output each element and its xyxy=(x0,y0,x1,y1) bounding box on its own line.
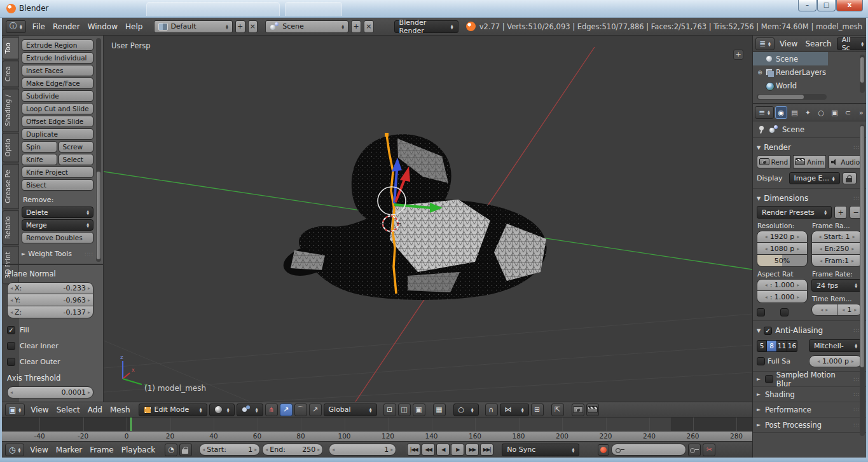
editor-type-properties-button[interactable]: ≡▲▼ xyxy=(755,106,774,119)
translate-manipulator-button[interactable]: ↗ xyxy=(280,404,293,416)
render-panel-header[interactable]: ▼Render∷∷ xyxy=(753,140,866,155)
crop-checkbox[interactable] xyxy=(780,308,789,316)
extrude-region-button[interactable]: Extrude Region xyxy=(22,39,93,51)
selected-vertex[interactable] xyxy=(385,133,389,137)
aa-samples-11-button[interactable]: 11 xyxy=(777,340,787,352)
time-remap-old-field[interactable]: ◂▸ xyxy=(811,304,837,316)
keying-set-field[interactable] xyxy=(611,444,686,456)
outliner-hscrollbar[interactable] xyxy=(757,94,827,100)
clear-inner-checkbox-row[interactable]: Clear Inner xyxy=(7,342,93,350)
display-mode-select[interactable]: Image E...▲▼ xyxy=(789,172,840,184)
editor-type-3dview-button[interactable]: ▣▲▼ xyxy=(5,404,25,416)
copy-result-button[interactable]: ⇱ xyxy=(551,404,564,416)
opengl-render-anim-button[interactable] xyxy=(586,404,599,416)
tool-tab-shading[interactable]: Shading / xyxy=(2,89,19,132)
frame-start-field[interactable]: ◂Start: 1▸ xyxy=(811,231,862,243)
menu-view[interactable]: View xyxy=(776,39,801,48)
start-frame-field[interactable]: ◂Start: 1▸ xyxy=(199,444,260,456)
lock-interface-button[interactable] xyxy=(843,172,857,184)
menu-render[interactable]: Render xyxy=(49,22,84,31)
jump-to-start-button[interactable]: |◀◀ xyxy=(407,444,420,456)
plane-normal-x-field[interactable]: ◂X: -0.233▸ xyxy=(7,282,93,294)
outliner-item-world[interactable]: World xyxy=(753,79,866,92)
menu-file[interactable]: File xyxy=(29,22,49,31)
menu-frame[interactable]: Frame xyxy=(86,445,117,454)
clear-inner-checkbox[interactable] xyxy=(7,342,15,350)
viewport-3d[interactable]: z x y User Persp (1) model_mesh + xyxy=(104,36,752,402)
playback-range-button[interactable]: ◔ xyxy=(165,444,177,456)
render-tab[interactable]: ◉ xyxy=(775,106,787,119)
aa-samples-5-button[interactable]: 5 xyxy=(757,340,767,352)
menu-playback[interactable]: Playback xyxy=(118,445,160,454)
tool-shelf-scrollbar[interactable] xyxy=(96,38,101,262)
clear-outer-checkbox-row[interactable]: Clear Outer xyxy=(7,358,93,366)
viewport-canvas[interactable]: z x y xyxy=(104,36,752,402)
maximize-button[interactable]: □ xyxy=(817,0,836,11)
lock-time-cursor-button[interactable] xyxy=(179,444,192,456)
resolution-percentage-slider[interactable]: 50% xyxy=(757,255,808,267)
panel-header-sampled-motion-blur[interactable]: ►Sampled Motion Blur∷∷ xyxy=(753,372,866,387)
screw-button[interactable]: Screw xyxy=(59,141,94,153)
vertex-select-button[interactable]: ⊡ xyxy=(383,404,396,416)
frame-step-field[interactable]: ◂Fram:1▸ xyxy=(811,255,862,267)
aa-samples-8-button[interactable]: 8 xyxy=(767,340,777,352)
properties-region-expand-button[interactable]: + xyxy=(733,50,743,60)
fill-checkbox[interactable]: ✓ xyxy=(7,326,15,334)
world-tab[interactable]: ○ xyxy=(815,106,827,119)
dimensions-panel-header[interactable]: ▼Dimensions∷∷ xyxy=(753,191,866,206)
delete-menu[interactable]: Delete▲▼ xyxy=(22,207,93,218)
anti-aliasing-checkbox[interactable]: ✓ xyxy=(764,327,772,335)
make-edge-face-button[interactable]: Make Edge/Face xyxy=(22,78,93,89)
tool-tab-crea[interactable]: Crea xyxy=(2,60,19,87)
editor-type-info-button[interactable]: ⓘ▲▼ xyxy=(6,20,26,33)
border-checkbox[interactable] xyxy=(757,308,765,316)
resolution-x-field[interactable]: ◂1920 p▸ xyxy=(757,231,808,243)
menu-search[interactable]: Search xyxy=(801,39,835,48)
tool-tab-too[interactable]: Too xyxy=(2,37,19,59)
render-audio-button[interactable]: Audio xyxy=(829,155,862,168)
region-divider[interactable] xyxy=(2,264,104,265)
current-frame-marker[interactable] xyxy=(130,418,132,431)
expand-icon[interactable]: ⊕ xyxy=(757,69,763,76)
snap-toggle-button[interactable]: ∩ xyxy=(485,404,498,416)
merge-menu[interactable]: Merge▲▼ xyxy=(22,219,93,231)
outliner-filter-select[interactable]: All Sc ▲▼ xyxy=(837,37,866,50)
plane-normal-z-field[interactable]: ◂Z: -0.137▸ xyxy=(7,306,93,318)
minimize-button[interactable]: – xyxy=(798,0,816,11)
render-animation-button[interactable]: Anim xyxy=(793,155,827,168)
offset-edge-slide-button[interactable]: Offset Edge Slide xyxy=(22,116,93,127)
plane-normal-y-field[interactable]: ◂Y: -0.963▸ xyxy=(7,294,93,306)
mesh-model[interactable] xyxy=(284,134,547,300)
select-button[interactable]: Select xyxy=(59,154,94,165)
spin-button[interactable]: Spin xyxy=(22,141,57,153)
outliner-item-scene[interactable]: Scene xyxy=(753,52,828,65)
manipulator-toggle-button[interactable]: ⋔ xyxy=(265,404,278,416)
panel-header-performance[interactable]: ►Performance∷∷ xyxy=(753,402,866,418)
menu-marker[interactable]: Marker xyxy=(52,445,86,454)
anti-aliasing-panel-header[interactable]: ▼ ✓ Anti-Aliasing∷∷ xyxy=(753,323,866,338)
subdivide-button[interactable]: Subdivide xyxy=(22,90,93,102)
add-scene-button[interactable]: + xyxy=(351,20,361,33)
delete-layout-button[interactable]: × xyxy=(248,20,258,33)
pin-icon[interactable] xyxy=(758,125,766,134)
snap-element-select[interactable]: ⋈▲▼ xyxy=(500,404,529,416)
time-remap-new-field[interactable]: ◂1▸ xyxy=(837,304,863,316)
proportional-edit-select[interactable]: ○▲▼ xyxy=(453,404,479,416)
render-layers-tab[interactable]: ▤ xyxy=(789,106,801,119)
scene-select[interactable]: Scene ▲▼ xyxy=(265,20,348,33)
tool-tab-grease-pe[interactable]: Grease Pe xyxy=(2,164,19,209)
duplicate-button[interactable]: Duplicate xyxy=(22,128,93,140)
aspect-x-field[interactable]: ◂: 1.000▸ xyxy=(757,279,808,291)
sync-mode-select[interactable]: No Sync▲▼ xyxy=(502,444,579,456)
menu-mesh[interactable]: Mesh xyxy=(106,405,134,414)
full-sample-checkbox[interactable] xyxy=(757,357,765,365)
frame-end-field[interactable]: ◂En:250▸ xyxy=(811,243,862,255)
close-button[interactable]: x xyxy=(836,0,863,11)
current-frame-field[interactable]: ◂1▸ xyxy=(329,444,396,456)
aa-samples-16-button[interactable]: 16 xyxy=(787,340,797,352)
weight-tools-panel-header[interactable]: ► Weight Tools ∷∷ xyxy=(22,250,93,258)
play-button[interactable]: ▶ xyxy=(451,444,464,456)
limit-to-visible-button[interactable]: ▦ xyxy=(433,404,446,416)
constraints-tab[interactable]: ⊂ xyxy=(842,106,854,119)
remove-doubles-button[interactable]: Remove Doubles xyxy=(22,232,93,243)
